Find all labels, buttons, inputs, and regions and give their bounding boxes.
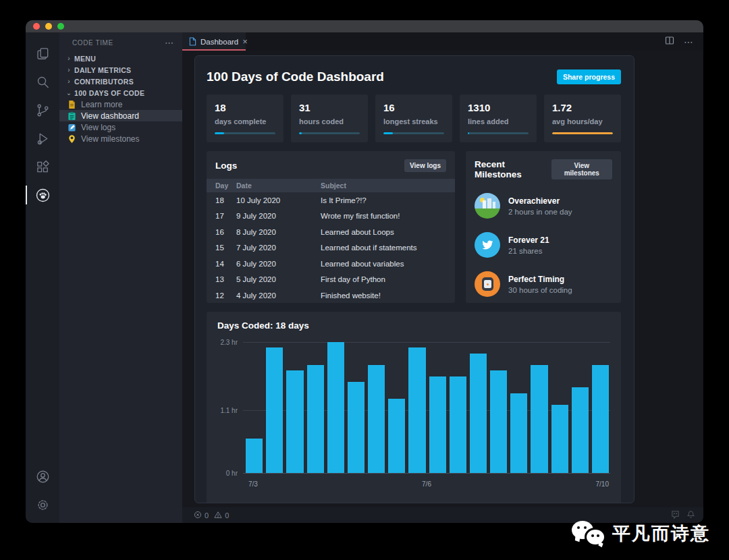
run-debug-icon[interactable] (26, 124, 59, 152)
x-axis-tick: 7/3 (248, 480, 258, 488)
table-row: 168 July 2020Learned about Loops (207, 224, 455, 240)
stat-label: longest streaks (383, 117, 444, 125)
problems-indicator[interactable]: 0 0 (194, 511, 229, 520)
sidebar-item-view-milestones[interactable]: View milestones (59, 133, 182, 144)
logs-cell: 8 July 2020 (236, 228, 321, 236)
sidebar-section-contributors[interactable]: ›CONTRIBUTORS (59, 76, 182, 87)
files-icon[interactable] (26, 39, 59, 67)
search-icon[interactable] (26, 67, 59, 96)
stat-progress-track (299, 132, 360, 134)
section-label: CONTRIBUTORS (74, 78, 134, 86)
sidebar-more-icon[interactable]: ⋯ (165, 38, 174, 48)
sidebar-title: CODE TIME (72, 39, 113, 47)
maximize-window-button[interactable] (57, 23, 64, 30)
milestone-item: Perfect Timing30 hours of coding (466, 264, 621, 304)
stat-progress-track (552, 132, 613, 134)
stats-row: 18days complete31hours coded16longest st… (207, 94, 621, 142)
milestone-desc: 2 hours in one day (508, 208, 572, 216)
milestone-name: Perfect Timing (508, 275, 572, 284)
watermark: 平凡而诗意 (572, 520, 710, 548)
table-row: 179 July 2020Wrote my first function! (207, 208, 455, 225)
chart-bar (551, 405, 568, 473)
document-icon (68, 100, 76, 109)
file-icon (189, 37, 196, 46)
stat-progress-track (383, 132, 444, 134)
sidebar-section-daily-metrics[interactable]: ›DAILY METRICS (59, 64, 182, 76)
page-title: 100 Days of Code Dashboard (207, 69, 384, 84)
sidebar-section-100-days-of-code[interactable]: ⌄100 DAYS OF CODE (59, 87, 182, 99)
middle-row: Logs View logs DayDateSubject 1810 July … (207, 151, 621, 303)
logs-card-header: Logs View logs (207, 151, 455, 179)
logs-cell: Learned about if statements (321, 244, 455, 252)
code-time-paw-icon[interactable] (26, 181, 59, 209)
logs-cell: 5 July 2020 (236, 275, 321, 283)
share-progress-button[interactable]: Share progress (557, 69, 621, 84)
table-row: 157 July 2020Learned about if statements (207, 240, 455, 256)
split-editor-icon[interactable] (665, 36, 674, 48)
sidebar-section-menu[interactable]: ›MENU (59, 53, 182, 64)
city-badge-icon (475, 193, 500, 219)
logs-cell: Wrote my first function! (321, 212, 455, 220)
y-axis-tick: 1.1 hr (220, 407, 238, 414)
milestone-text: Overachiever2 hours in one day (508, 196, 572, 216)
stat-label: lines added (468, 117, 529, 125)
stat-card-lines-added: 1310lines added (460, 94, 537, 142)
vscode-window: CODE TIME ⋯ ›MENU›DAILY METRICS›CONTRIBU… (26, 20, 703, 523)
more-actions-icon[interactable]: ⋯ (684, 36, 694, 47)
sidebar-item-view-dashboard[interactable]: View dashboard (59, 110, 182, 121)
feedback-icon[interactable] (671, 510, 680, 520)
chart-x-axis: 7/37/67/10 (243, 478, 610, 493)
settings-icon[interactable] (26, 491, 59, 519)
view-milestones-button[interactable]: View milestones (551, 159, 612, 179)
source-control-icon[interactable] (26, 96, 59, 124)
stat-label: hours coded (299, 117, 360, 125)
editor-group: Dashboard × ⋯ 100 Days of Code Dashboard (182, 32, 703, 523)
chevron-right-icon: › (65, 66, 73, 74)
tab-label: Dashboard (200, 38, 238, 46)
table-row: 1810 July 2020Is It Prime?!? (207, 192, 455, 208)
stat-progress-fill (552, 132, 613, 134)
building-icon (487, 198, 491, 208)
editor-body: 100 Days of Code Dashboard Share progres… (182, 51, 703, 507)
stat-label: days complete (215, 117, 275, 125)
sidebar-item-label: View milestones (81, 134, 139, 144)
chart-bar (450, 376, 466, 473)
tab-dashboard[interactable]: Dashboard × (182, 32, 246, 51)
tab-close-icon[interactable]: × (242, 37, 248, 46)
watch-icon (482, 277, 493, 291)
warning-count: 0 (225, 511, 229, 520)
logs-title: Logs (215, 161, 237, 171)
table-row: 135 July 2020First day of Python (207, 272, 455, 288)
sidebar-item-view-logs[interactable]: View logs (59, 121, 182, 133)
chevron-right-icon: › (65, 78, 73, 85)
milestone-pin-icon (68, 134, 76, 144)
milestones-title: Recent Milestones (475, 159, 551, 179)
extensions-icon[interactable] (26, 152, 59, 181)
chart-bar (286, 370, 303, 473)
account-icon[interactable] (26, 462, 59, 491)
view-logs-button[interactable]: View logs (404, 159, 446, 172)
close-window-button[interactable] (33, 23, 40, 30)
logs-cell: 9 July 2020 (236, 212, 321, 220)
logs-cell: 6 July 2020 (236, 260, 321, 268)
logs-cell: 14 (207, 260, 236, 268)
table-row: 124 July 2020Finished website! (207, 287, 455, 303)
milestone-item: Overachiever2 hours in one day (466, 186, 621, 225)
minimize-window-button[interactable] (45, 23, 52, 30)
logs-col-header: Subject (321, 181, 455, 190)
notifications-bell-icon[interactable] (686, 510, 695, 520)
section-label: DAILY METRICS (74, 66, 131, 74)
milestone-text: Perfect Timing30 hours of coding (508, 275, 572, 294)
milestones-list: Overachiever2 hours in one dayForever 21… (466, 186, 621, 304)
chart-bar (327, 342, 344, 473)
chart-bar (368, 365, 385, 473)
building-icon (493, 202, 495, 208)
stat-value: 1.72 (552, 102, 613, 113)
logs-cell: Finished website! (321, 291, 455, 300)
activity-bar (26, 32, 59, 523)
bar-chart: 2.3 hr1.1 hr0 hr (243, 342, 610, 473)
sidebar-item-learn-more[interactable]: Learn more (59, 99, 182, 110)
stat-card-hours-coded: 31hours coded (291, 94, 368, 142)
days-coded-chart-card: Days Coded: 18 days 2.3 hr1.1 hr0 hr 7/3… (207, 312, 621, 503)
sidebar-header: CODE TIME ⋯ (59, 32, 182, 53)
